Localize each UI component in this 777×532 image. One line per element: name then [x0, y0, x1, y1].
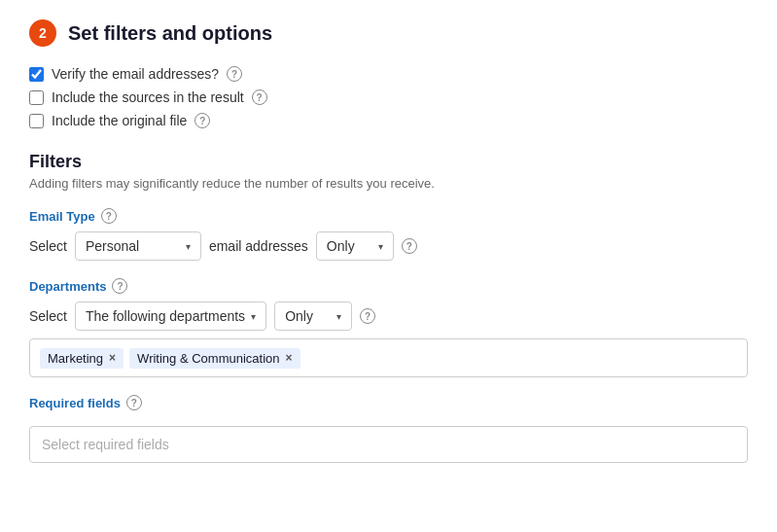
filters-section: Filters Adding filters may significantly…	[29, 152, 748, 463]
departments-filter-row: Select The following departments ▾ Only …	[29, 301, 748, 331]
departments-dropdown-value: The following departments	[86, 308, 245, 324]
email-type-second-chevron-icon: ▾	[378, 241, 383, 252]
verify-email-checkbox[interactable]	[29, 67, 44, 82]
filters-subtitle: Adding filters may significantly reduce …	[29, 176, 748, 191]
email-type-middle-text: email addresses	[209, 238, 308, 254]
required-fields-input[interactable]	[29, 426, 748, 463]
tag-writing-communication-remove[interactable]: ×	[286, 351, 293, 365]
departments-chevron-icon: ▾	[251, 311, 256, 322]
departments-filter-group: Departments ? Select The following depar…	[29, 278, 748, 377]
include-sources-row: Include the sources in the result ?	[29, 89, 748, 105]
departments-select-label: Select	[29, 308, 67, 324]
email-type-help-icon[interactable]: ?	[101, 208, 117, 224]
required-fields-label-text: Required fields	[29, 396, 121, 410]
tag-writing-communication: Writing & Communication ×	[129, 348, 300, 369]
departments-second-dropdown-value: Only	[285, 308, 313, 324]
departments-row-help-icon[interactable]: ?	[360, 308, 375, 324]
step-header: 2 Set filters and options	[29, 19, 748, 47]
email-type-row-help-icon[interactable]: ?	[402, 238, 417, 254]
include-original-checkbox[interactable]	[29, 114, 44, 128]
tag-marketing-label: Marketing	[48, 351, 103, 366]
departments-label-text: Departments	[29, 279, 106, 294]
departments-dropdown[interactable]: The following departments ▾	[75, 301, 266, 331]
verify-email-row: Verify the email addresses? ?	[29, 66, 748, 82]
required-fields-help-icon[interactable]: ?	[126, 395, 142, 410]
step-badge: 2	[29, 19, 56, 47]
required-fields-label: Required fields ?	[29, 395, 748, 410]
departments-help-icon[interactable]: ?	[112, 278, 127, 294]
tag-writing-communication-label: Writing & Communication	[137, 351, 279, 366]
filters-title: Filters	[29, 152, 748, 172]
email-type-dropdown-value: Personal	[86, 238, 139, 254]
email-type-second-dropdown-value: Only	[327, 238, 355, 254]
required-fields-section: Required fields ?	[29, 395, 748, 463]
include-sources-help-icon[interactable]: ?	[252, 89, 267, 105]
email-type-filter-group: Email Type ? Select Personal ▾ email add…	[29, 208, 748, 261]
departments-tags-container[interactable]: Marketing × Writing & Communication ×	[29, 338, 748, 377]
tag-marketing: Marketing ×	[40, 348, 124, 369]
email-type-label: Email Type ?	[29, 208, 748, 224]
departments-label: Departments ?	[29, 278, 748, 294]
include-sources-checkbox[interactable]	[29, 90, 44, 105]
include-original-help-icon[interactable]: ?	[194, 113, 210, 128]
email-type-label-text: Email Type	[29, 209, 95, 224]
include-original-row: Include the original file ?	[29, 113, 748, 128]
options-section: Verify the email addresses? ? Include th…	[29, 66, 748, 128]
email-type-chevron-icon: ▾	[186, 241, 191, 252]
departments-second-chevron-icon: ▾	[336, 311, 341, 322]
include-original-label: Include the original file	[52, 113, 187, 128]
email-type-second-dropdown[interactable]: Only ▾	[316, 231, 394, 261]
email-type-select-label: Select	[29, 238, 67, 254]
verify-email-label: Verify the email addresses?	[52, 66, 219, 82]
verify-email-help-icon[interactable]: ?	[227, 66, 242, 82]
email-type-dropdown[interactable]: Personal ▾	[75, 231, 201, 261]
departments-second-dropdown[interactable]: Only ▾	[274, 301, 352, 331]
email-type-filter-row: Select Personal ▾ email addresses Only ▾…	[29, 231, 748, 261]
tag-marketing-remove[interactable]: ×	[109, 351, 116, 365]
include-sources-label: Include the sources in the result	[52, 89, 244, 105]
step-title: Set filters and options	[68, 22, 272, 45]
